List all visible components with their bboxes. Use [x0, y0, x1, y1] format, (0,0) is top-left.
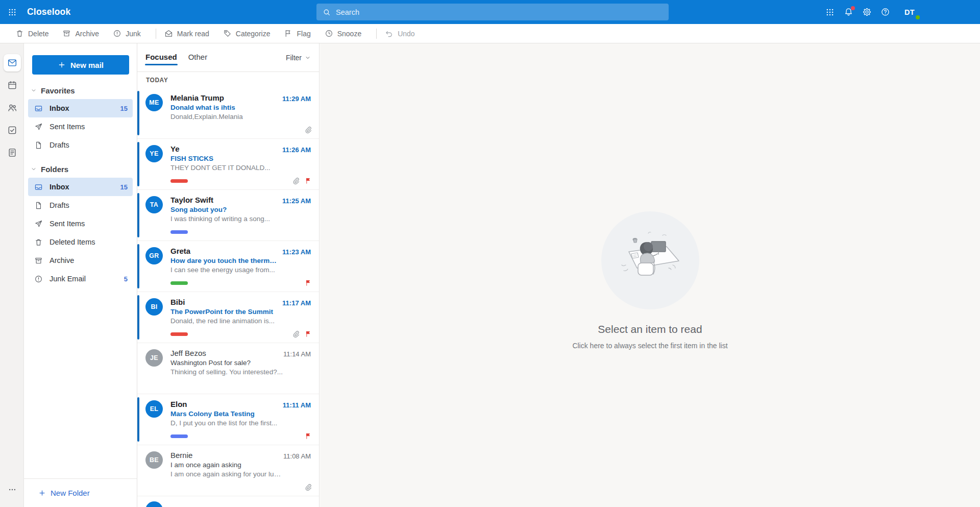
email-list: MEMelania Trump11:29 AMDonald what is ih…: [137, 88, 319, 507]
send-icon: [34, 123, 43, 131]
rail-item-people[interactable]: [0, 96, 24, 119]
presence-indicator: [916, 15, 920, 19]
account-avatar[interactable]: DT: [900, 0, 919, 24]
search-bar[interactable]: [316, 4, 669, 20]
page-icon: [34, 141, 43, 150]
folder-item-inbox[interactable]: Inbox15: [28, 178, 133, 196]
email-item-bernie[interactable]: BEBernie11:08 AMI am once again askingI …: [137, 445, 319, 496]
flag-icon: [284, 29, 292, 38]
folder-section-header-folders[interactable]: Folders: [24, 160, 137, 178]
help-button[interactable]: [878, 5, 892, 19]
rail-item-mail[interactable]: [0, 52, 24, 74]
brand-title: Closelook: [27, 0, 70, 24]
email-subject: Song about you?: [170, 206, 278, 213]
people-icon: [7, 103, 17, 113]
flag-icon[interactable]: [305, 432, 312, 440]
rail-item-tasks[interactable]: [0, 119, 24, 141]
email-preview: Donald,Explain.Melania: [170, 113, 283, 120]
flag-icon[interactable]: [305, 279, 312, 286]
select-first-item-link[interactable]: Click here to always select the first it…: [572, 342, 727, 350]
email-sender: Ye: [170, 144, 278, 153]
email-time: 11:29 AM: [282, 95, 311, 103]
rail-item-calendar[interactable]: [0, 74, 24, 96]
email-time: 11:25 AM: [282, 197, 311, 205]
email-corner-icons: [291, 330, 312, 338]
email-item-bibi[interactable]: BIBibi11:17 AMThe PowerPoint for the Sum…: [137, 292, 319, 343]
email-item-partial[interactable]: [137, 496, 319, 506]
category-pill-red[interactable]: [170, 179, 188, 183]
email-sender: Elon: [170, 400, 278, 408]
waffle-icon: [8, 8, 17, 17]
reading-pane: Select an item to read Click here to alw…: [320, 24, 980, 507]
email-meta-row: [170, 330, 312, 338]
flag-button[interactable]: Flag: [284, 29, 310, 38]
folder-section-header-favorites[interactable]: Favorites: [24, 82, 137, 99]
folder-item-sent-items[interactable]: Sent Items: [28, 117, 133, 136]
avatar-initials: JE: [150, 354, 158, 361]
help-icon: [880, 7, 890, 17]
message-list-pane: FocusedOther Filter TODAY MEMelania Trum…: [137, 24, 320, 507]
toolbar-button-label: Categorize: [236, 30, 271, 38]
inbox-icon: [34, 183, 43, 191]
toolbar-button-label: Flag: [297, 30, 310, 38]
folder-item-deleted-items[interactable]: Deleted Items: [28, 233, 133, 251]
unread-indicator: [137, 397, 139, 442]
folder-item-archive[interactable]: Archive: [28, 251, 133, 270]
avatar-initials: DT: [904, 8, 915, 16]
archive-icon: [62, 29, 71, 38]
snooze-button[interactable]: Snooze: [325, 29, 361, 38]
more-horizontal-icon: [8, 485, 17, 494]
toolbar-button-label: Snooze: [337, 30, 361, 38]
email-item-melania-trump[interactable]: MEMelania Trump11:29 AMDonald what is ih…: [137, 88, 319, 139]
avatar: BI: [145, 298, 163, 316]
new-folder-button[interactable]: New Folder: [24, 478, 137, 507]
category-pill-green[interactable]: [170, 281, 188, 285]
tag-icon: [223, 29, 232, 38]
folder-item-inbox[interactable]: Inbox15: [28, 99, 133, 117]
category-pill-red[interactable]: [170, 332, 188, 336]
chevron-down-icon: [31, 87, 37, 93]
rail-item-notes[interactable]: [0, 141, 24, 164]
filter-button[interactable]: Filter: [286, 54, 311, 62]
undo-button[interactable]: Undo: [385, 29, 414, 38]
mail-app: { "app": { "brand": "Closelook", "search…: [0, 0, 980, 507]
archive-button[interactable]: Archive: [62, 29, 99, 38]
category-pill-blue[interactable]: [170, 434, 188, 438]
search-input[interactable]: [336, 8, 663, 16]
new-mail-button[interactable]: New mail: [32, 55, 129, 75]
waffle-icon: [825, 8, 835, 17]
flag-icon[interactable]: [305, 330, 312, 337]
email-preview: Thinking of selling. You interested?...: [170, 368, 283, 376]
email-subject: The PowerPoint for the Summit: [170, 308, 278, 316]
folder-item-drafts[interactable]: Drafts: [28, 196, 133, 214]
folder-item-drafts[interactable]: Drafts: [28, 136, 133, 154]
mark-read-button[interactable]: Mark read: [164, 29, 209, 38]
flag-icon[interactable]: [305, 177, 312, 184]
folder-item-sent-items[interactable]: Sent Items: [28, 214, 133, 233]
category-pill-blue[interactable]: [170, 230, 188, 234]
folder-item-junk-email[interactable]: Junk Email5: [28, 270, 133, 288]
tab-other[interactable]: Other: [188, 53, 208, 65]
rail-more-button[interactable]: [0, 484, 24, 496]
junk-button[interactable]: Junk: [113, 29, 141, 38]
email-item-greta[interactable]: GRGreta11:23 AMHow dare you touch the th…: [137, 241, 319, 292]
tab-focused[interactable]: Focused: [145, 53, 177, 65]
email-time: 11:11 AM: [283, 401, 311, 409]
settings-button[interactable]: [860, 5, 874, 19]
email-meta-row: [170, 126, 312, 134]
email-item-elon[interactable]: ELElon11:11 AMMars Colony Beta TestingD,…: [137, 394, 319, 445]
email-sender: Taylor Swift: [170, 196, 278, 204]
email-item-ye[interactable]: YEYe11:26 AMFISH STICKSTHEY DONT GET IT …: [137, 139, 319, 190]
categorize-button[interactable]: Categorize: [223, 29, 271, 38]
app-grid-button[interactable]: [823, 5, 837, 19]
avatar: JE: [145, 349, 163, 367]
email-item-jeff-bezos[interactable]: JEJeff Bezos11:14 AMWashington Post for …: [137, 343, 319, 394]
email-subject: Mars Colony Beta Testing: [170, 410, 278, 418]
email-item-taylor-swift[interactable]: TATaylor Swift11:25 AMSong about you?I w…: [137, 190, 319, 241]
toolbar-button-label: Archive: [75, 30, 99, 38]
filter-label: Filter: [286, 54, 302, 62]
email-preview: I am once again asking for your lunch...: [170, 470, 283, 478]
delete-button[interactable]: Delete: [15, 29, 48, 38]
app-launcher-button[interactable]: [0, 0, 24, 24]
notifications-button[interactable]: [841, 5, 855, 19]
